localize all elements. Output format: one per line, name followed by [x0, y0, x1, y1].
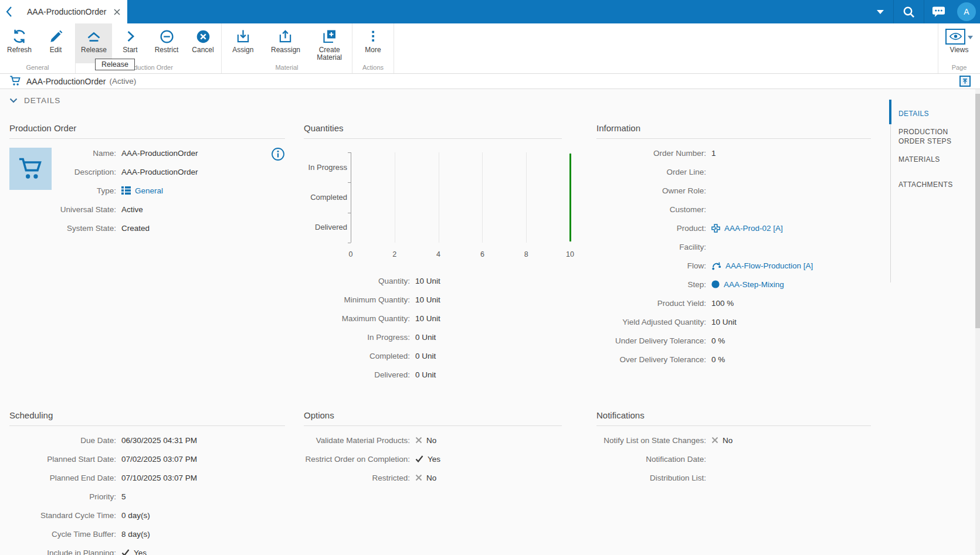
release-button-label: Release: [81, 46, 107, 54]
step-icon[interactable]: [711, 280, 720, 288]
field-row: Flow:AAA-Flow-Production [A]: [596, 256, 871, 275]
field-label: Order Line:: [596, 168, 711, 176]
field-value-text: 10 Unit: [415, 295, 440, 304]
views-button-label: Views: [950, 46, 969, 54]
field-value-text: No: [426, 474, 436, 482]
more-icon: [367, 28, 379, 45]
field-label: Due Date:: [9, 436, 121, 445]
release-button[interactable]: Release: [76, 23, 112, 63]
chart-axis-tick: [348, 152, 351, 153]
chart-axis-tick: [348, 243, 351, 243]
nav-item-materials[interactable]: MATERIALS: [898, 155, 976, 164]
chart-gridline: [395, 152, 395, 243]
refresh-button-label: Refresh: [7, 46, 32, 54]
panel-title: Production Order: [9, 123, 285, 134]
restrict-button[interactable]: Restrict: [148, 23, 185, 63]
chart-x-tick-label: 8: [516, 250, 536, 258]
field-value-text: No: [723, 436, 733, 445]
field-row: Order Number:1: [596, 144, 871, 162]
entity-title: AAA-ProductionOrder: [26, 77, 106, 86]
options-fields: Validate Material Products:NoRestrict Or…: [304, 431, 562, 487]
quantities-fields: Quantity:10 UnitMinimum Quantity:10 Unit…: [304, 271, 562, 384]
notifications-fields: Notify List on State Changes:NoNotificat…: [596, 431, 871, 487]
field-row: Product:AAA-Prod-02 [A]: [596, 219, 871, 237]
edit-button[interactable]: Edit: [38, 23, 74, 63]
start-button-label: Start: [123, 46, 137, 54]
panel-divider: [9, 425, 285, 426]
reassign-button-label: Reassign: [271, 46, 300, 54]
field-value-text: 0 Unit: [415, 333, 436, 342]
production-order-panel: Production Order Name:AAA-ProductionOrde…: [9, 123, 285, 237]
chat-icon[interactable]: [924, 0, 952, 23]
chart-axis-tick: [348, 182, 351, 183]
avatar[interactable]: A: [957, 2, 976, 21]
nav-item-attachments[interactable]: ATTACHMENTS: [898, 180, 976, 189]
start-button[interactable]: Start: [112, 23, 148, 63]
type-list-icon[interactable]: [121, 186, 131, 195]
field-value-text: 0 %: [711, 355, 725, 364]
field-label: Facility:: [596, 243, 711, 251]
tab-title[interactable]: AAA-ProductionOrder: [27, 7, 106, 16]
field-row: Validate Material Products:No: [304, 431, 562, 450]
field-value: Created: [121, 224, 150, 233]
chevron-down-icon[interactable]: [867, 0, 893, 23]
field-value-text: 8 day(s): [121, 530, 150, 539]
scrollbar-track[interactable]: [975, 89, 980, 555]
tab-strip: AAA-ProductionOrder: [0, 0, 127, 23]
chart-x-tick-label: 0: [341, 250, 361, 258]
field-value: 06/30/2025 04:31 PM: [121, 436, 197, 445]
create-material-button[interactable]: Create Material: [310, 23, 349, 63]
flow-icon[interactable]: [711, 261, 721, 270]
scrollbar-thumb[interactable]: [975, 94, 980, 328]
field-row: Customer:: [596, 200, 871, 219]
collapse-panel-icon[interactable]: [959, 76, 971, 87]
close-icon[interactable]: [114, 9, 120, 15]
field-value: 5: [121, 492, 126, 501]
field-value-link[interactable]: General: [135, 186, 163, 195]
cart-icon: [18, 156, 43, 182]
panel-divider: [304, 425, 562, 426]
refresh-button[interactable]: Refresh: [1, 23, 38, 63]
field-row: Owner Role:: [596, 181, 871, 200]
field-label: System State:: [9, 224, 121, 233]
search-icon[interactable]: [894, 0, 924, 23]
panel-title: Notifications: [596, 410, 871, 421]
field-value: 100 %: [711, 299, 734, 308]
field-row: Notification Date:: [596, 450, 871, 468]
field-label: Notification Date:: [596, 455, 711, 464]
field-row: Notify List on State Changes:No: [596, 431, 871, 450]
field-value: 0 day(s): [121, 511, 150, 520]
entity-header: AAA-ProductionOrder (Active): [0, 73, 980, 89]
field-row: Completed:0 Unit: [304, 346, 562, 365]
nav-item-production-order-steps[interactable]: PRODUCTION ORDER STEPS: [898, 127, 976, 146]
check-icon: [415, 455, 423, 462]
panel-divider: [304, 138, 562, 139]
panel-title: Scheduling: [9, 410, 285, 421]
scheduling-panel: Scheduling Due Date:06/30/2025 04:31 PMP…: [9, 410, 285, 555]
field-row: Order Line:: [596, 162, 871, 181]
eye-icon: [945, 29, 965, 45]
group-label-actions: Actions: [352, 64, 394, 71]
nav-item-details[interactable]: DETAILS: [898, 109, 976, 118]
info-icon[interactable]: [272, 148, 284, 162]
field-value-link[interactable]: AAA-Step-Mixing: [724, 280, 784, 289]
cancel-button[interactable]: Cancel: [185, 23, 221, 63]
field-label: Quantity:: [304, 277, 415, 285]
assign-button[interactable]: Assign: [225, 23, 261, 63]
back-icon[interactable]: [0, 6, 18, 18]
field-value-text: No: [426, 436, 436, 445]
field-value: 07/10/2025 03:07 PM: [121, 474, 197, 482]
field-value: 0 %: [711, 336, 725, 345]
field-value-link[interactable]: AAA-Prod-02 [A]: [724, 224, 783, 233]
entity-state: (Active): [109, 77, 136, 86]
product-icon[interactable]: [711, 224, 720, 233]
more-button[interactable]: More: [355, 23, 391, 63]
views-button[interactable]: Views: [940, 23, 979, 63]
field-value-link[interactable]: AAA-Flow-Production [A]: [725, 261, 813, 270]
field-value: 10 Unit: [711, 318, 737, 326]
details-section-header[interactable]: DETAILS: [9, 96, 60, 105]
field-row: Facility:: [596, 237, 871, 256]
chart-x-tick-label: 10: [560, 250, 580, 258]
field-label: Priority:: [9, 492, 121, 501]
reassign-button[interactable]: Reassign: [267, 23, 304, 63]
